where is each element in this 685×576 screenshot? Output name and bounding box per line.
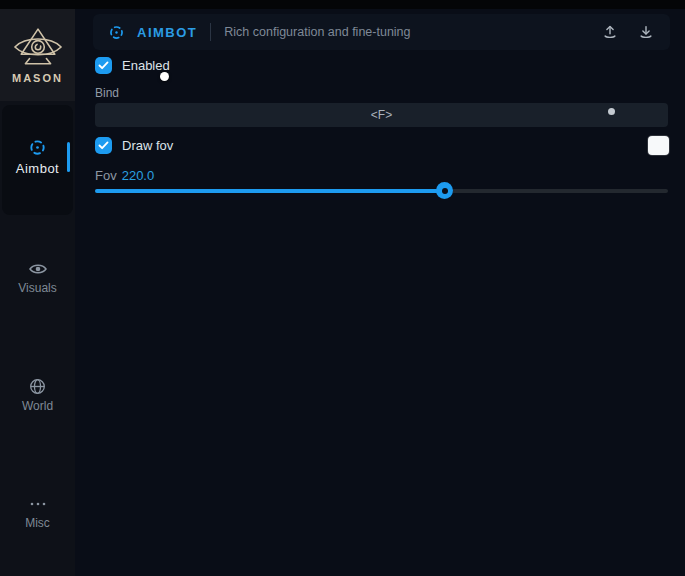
fov-color-swatch[interactable] bbox=[648, 136, 669, 155]
pyramid-eye-icon bbox=[12, 27, 64, 69]
sidebar-item-visuals[interactable]: Visuals bbox=[0, 259, 75, 295]
crosshair-icon bbox=[108, 24, 125, 41]
bind-value: <F> bbox=[371, 108, 392, 122]
sidebar-item-label: Misc bbox=[0, 516, 75, 530]
sidebar-item-misc[interactable]: Misc bbox=[0, 494, 75, 530]
bind-label: Bind bbox=[95, 86, 119, 100]
sidebar-item-label: Aimbot bbox=[2, 161, 73, 176]
bind-field-dot bbox=[608, 108, 615, 115]
main-panel: AIMBOT Rich configuration and fine-tunin… bbox=[75, 9, 685, 576]
brand-name: MASON bbox=[12, 72, 63, 84]
page-subtitle: Rich configuration and fine-tuning bbox=[224, 25, 410, 39]
enabled-row: Enabled bbox=[95, 57, 170, 74]
page-header: AIMBOT Rich configuration and fine-tunin… bbox=[93, 14, 670, 50]
upload-icon[interactable] bbox=[601, 23, 619, 41]
fov-slider[interactable] bbox=[95, 181, 668, 200]
active-indicator bbox=[67, 142, 70, 172]
globe-icon bbox=[0, 377, 75, 396]
eye-icon bbox=[0, 259, 75, 278]
crosshair-icon bbox=[2, 138, 73, 157]
menu-cursor-dot bbox=[160, 72, 169, 81]
sidebar: MASON Aimbot Visuals World bbox=[0, 9, 75, 576]
enabled-label: Enabled bbox=[122, 58, 170, 73]
draw-fov-label: Draw fov bbox=[122, 138, 173, 153]
sidebar-item-world[interactable]: World bbox=[0, 377, 75, 413]
download-icon[interactable] bbox=[637, 23, 655, 41]
ellipsis-icon bbox=[0, 494, 75, 513]
sidebar-item-aimbot[interactable]: Aimbot bbox=[2, 105, 73, 215]
draw-fov-checkbox[interactable] bbox=[95, 137, 112, 154]
window-top-strip bbox=[0, 0, 685, 9]
bind-input[interactable]: <F> bbox=[95, 103, 668, 127]
enabled-checkbox[interactable] bbox=[95, 57, 112, 74]
fov-slider-fill bbox=[95, 189, 445, 193]
page-title: AIMBOT bbox=[137, 25, 197, 40]
header-divider bbox=[210, 23, 211, 41]
brand-logo: MASON bbox=[0, 9, 75, 101]
sidebar-item-label: World bbox=[0, 399, 75, 413]
fov-slider-handle[interactable] bbox=[436, 182, 453, 199]
sidebar-item-label: Visuals bbox=[0, 281, 75, 295]
draw-fov-row: Draw fov bbox=[95, 136, 669, 155]
